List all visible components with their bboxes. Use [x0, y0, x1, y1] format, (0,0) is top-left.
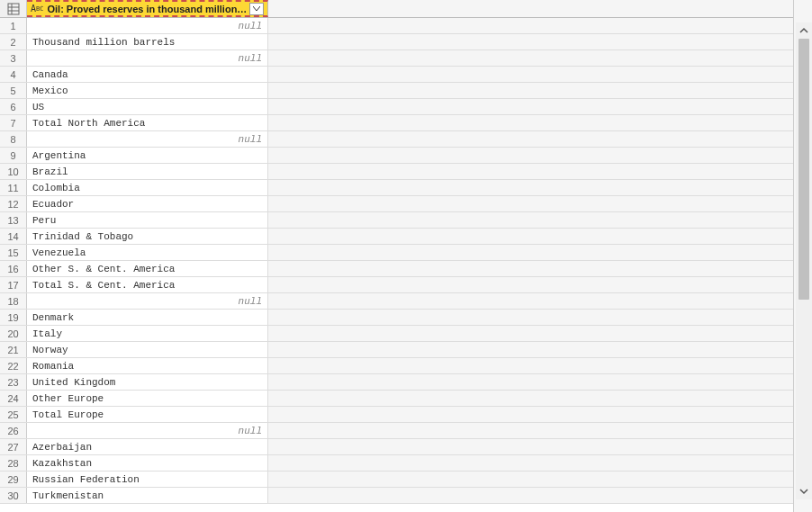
- cell-value[interactable]: US: [27, 99, 268, 114]
- row-number[interactable]: 8: [0, 131, 27, 147]
- cell-value[interactable]: Peru: [27, 212, 268, 228]
- row-number[interactable]: 28: [0, 455, 27, 471]
- table-row[interactable]: 8null: [0, 131, 793, 148]
- table-row[interactable]: 22Romania: [0, 358, 793, 374]
- row-number[interactable]: 26: [0, 423, 27, 438]
- row-number[interactable]: 13: [0, 212, 27, 228]
- cell-value[interactable]: Kazakhstan: [27, 455, 268, 471]
- scroll-down-arrow[interactable]: [796, 483, 812, 499]
- cell-value[interactable]: null: [27, 423, 268, 438]
- table-row[interactable]: 17Total S. & Cent. America: [0, 277, 793, 293]
- row-number[interactable]: 29: [0, 472, 27, 487]
- table-row[interactable]: 12Ecuador: [0, 196, 793, 212]
- row-number[interactable]: 23: [0, 374, 27, 390]
- cell-value[interactable]: Russian Federation: [27, 472, 268, 487]
- cell-value[interactable]: Denmark: [27, 310, 268, 325]
- table-row[interactable]: 29Russian Federation: [0, 472, 793, 488]
- vertical-scrollbar[interactable]: [796, 22, 812, 499]
- row-number[interactable]: 24: [0, 391, 27, 406]
- table-row[interactable]: 25Total Europe: [0, 407, 793, 423]
- row-number[interactable]: 30: [0, 488, 27, 503]
- row-number[interactable]: 14: [0, 229, 27, 244]
- table-row[interactable]: 9Argentina: [0, 148, 793, 164]
- cell-value[interactable]: United Kingdom: [27, 374, 268, 390]
- row-number[interactable]: 5: [0, 83, 27, 98]
- row-number[interactable]: 25: [0, 407, 27, 422]
- table-row[interactable]: 13Peru: [0, 212, 793, 229]
- table-row[interactable]: 28Kazakhstan: [0, 455, 793, 472]
- cell-value[interactable]: Total Europe: [27, 407, 268, 422]
- row-number[interactable]: 16: [0, 261, 27, 276]
- row-number[interactable]: 4: [0, 67, 27, 82]
- row-number[interactable]: 20: [0, 326, 27, 341]
- table-row[interactable]: 23United Kingdom: [0, 374, 793, 391]
- table-row[interactable]: 4Canada: [0, 67, 793, 83]
- row-number[interactable]: 7: [0, 115, 27, 130]
- table-row[interactable]: 15Venezuela: [0, 245, 793, 261]
- row-number[interactable]: 9: [0, 148, 27, 163]
- table-row[interactable]: 16Other S. & Cent. America: [0, 261, 793, 277]
- table-row[interactable]: 1null: [0, 18, 793, 34]
- table-row[interactable]: 19Denmark: [0, 310, 793, 326]
- cell-value[interactable]: Other Europe: [27, 391, 268, 406]
- table-row[interactable]: 6US: [0, 99, 793, 115]
- cell-value[interactable]: Italy: [27, 326, 268, 341]
- table-row[interactable]: 27Azerbaijan: [0, 439, 793, 455]
- data-type-icon[interactable]: ABC: [31, 4, 43, 13]
- table-row[interactable]: 10Brazil: [0, 164, 793, 180]
- cell-value[interactable]: Mexico: [27, 83, 268, 98]
- row-number[interactable]: 11: [0, 180, 27, 195]
- cell-value[interactable]: Azerbaijan: [27, 439, 268, 454]
- cell-value[interactable]: Romania: [27, 358, 268, 373]
- table-row[interactable]: 11Colombia: [0, 180, 793, 196]
- table-row[interactable]: 18null: [0, 293, 793, 310]
- table-row[interactable]: 2Thousand million barrels: [0, 34, 793, 50]
- row-number[interactable]: 18: [0, 293, 27, 309]
- cell-value[interactable]: Colombia: [27, 180, 268, 195]
- cell-value[interactable]: Canada: [27, 67, 268, 82]
- column-header[interactable]: ABC Oil: Proved reserves in thousand mil…: [27, 0, 268, 17]
- row-number[interactable]: 22: [0, 358, 27, 373]
- row-blank: [268, 50, 793, 66]
- cell-value[interactable]: Turkmenistan: [27, 488, 268, 503]
- cell-value[interactable]: null: [27, 50, 268, 66]
- row-number[interactable]: 3: [0, 50, 27, 66]
- row-number[interactable]: 1: [0, 18, 27, 33]
- cell-value[interactable]: null: [27, 18, 268, 33]
- scroll-track[interactable]: [796, 39, 812, 483]
- cell-value[interactable]: Ecuador: [27, 196, 268, 211]
- cell-value[interactable]: Trinidad & Tobago: [27, 229, 268, 244]
- cell-value[interactable]: Venezuela: [27, 245, 268, 260]
- table-row[interactable]: 24Other Europe: [0, 391, 793, 407]
- row-number[interactable]: 19: [0, 310, 27, 325]
- table-row[interactable]: 30Turkmenistan: [0, 488, 793, 504]
- row-number[interactable]: 12: [0, 196, 27, 211]
- column-filter-dropdown[interactable]: [249, 3, 264, 15]
- select-all-corner[interactable]: [0, 0, 27, 17]
- table-row[interactable]: 26null: [0, 423, 793, 439]
- cell-value[interactable]: null: [27, 131, 268, 147]
- table-row[interactable]: 5Mexico: [0, 83, 793, 99]
- cell-value[interactable]: Other S. & Cent. America: [27, 261, 268, 276]
- scroll-up-arrow[interactable]: [796, 22, 812, 39]
- cell-value[interactable]: Thousand million barrels: [27, 34, 268, 49]
- table-row[interactable]: 20Italy: [0, 326, 793, 342]
- table-row[interactable]: 21Norway: [0, 342, 793, 358]
- row-number[interactable]: 27: [0, 439, 27, 454]
- row-number[interactable]: 15: [0, 245, 27, 260]
- table-row[interactable]: 14Trinidad & Tobago: [0, 229, 793, 245]
- scroll-thumb[interactable]: [798, 39, 809, 300]
- row-number[interactable]: 6: [0, 99, 27, 114]
- cell-value[interactable]: Norway: [27, 342, 268, 357]
- cell-value[interactable]: Total S. & Cent. America: [27, 277, 268, 292]
- row-number[interactable]: 21: [0, 342, 27, 357]
- cell-value[interactable]: Brazil: [27, 164, 268, 179]
- row-number[interactable]: 17: [0, 277, 27, 292]
- cell-value[interactable]: null: [27, 293, 268, 309]
- row-number[interactable]: 10: [0, 164, 27, 179]
- cell-value[interactable]: Total North America: [27, 115, 268, 130]
- table-row[interactable]: 7Total North America: [0, 115, 793, 131]
- table-row[interactable]: 3null: [0, 50, 793, 67]
- cell-value[interactable]: Argentina: [27, 148, 268, 163]
- row-number[interactable]: 2: [0, 34, 27, 49]
